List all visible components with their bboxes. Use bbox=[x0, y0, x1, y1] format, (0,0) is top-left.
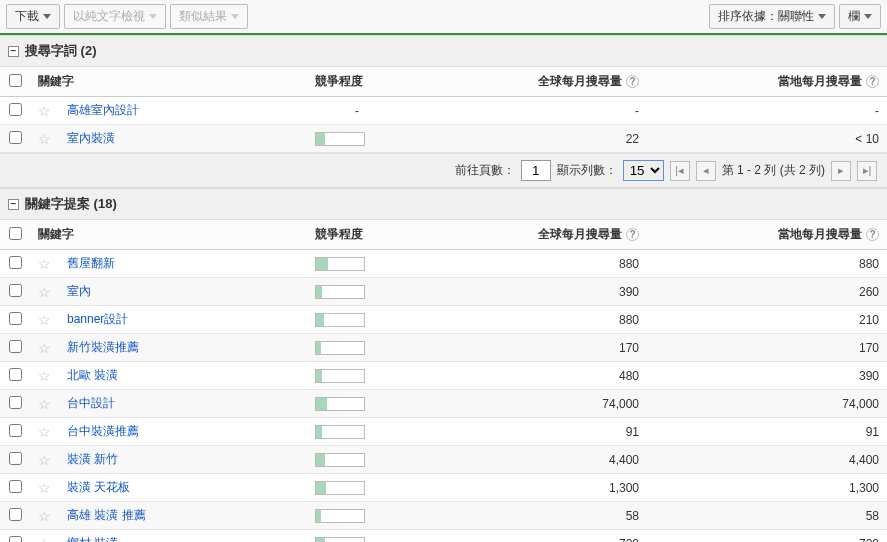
col-global: 全球每月搜尋量? bbox=[407, 220, 647, 250]
keyword-link[interactable]: 室內裝潢 bbox=[67, 131, 115, 145]
row-checkbox[interactable] bbox=[9, 452, 22, 465]
global-searches: 480 bbox=[407, 362, 647, 390]
keyword-ideas-table: 關鍵字 競爭程度 全球每月搜尋量? 當地每月搜尋量? ☆舊屋翻新880880☆室… bbox=[0, 220, 887, 542]
local-searches: 880 bbox=[647, 250, 887, 278]
help-icon[interactable]: ? bbox=[626, 228, 639, 241]
row-checkbox[interactable] bbox=[9, 480, 22, 493]
col-keyword: 關鍵字 bbox=[30, 67, 307, 97]
star-icon[interactable]: ☆ bbox=[38, 312, 51, 328]
local-searches: 260 bbox=[647, 278, 887, 306]
star-icon[interactable]: ☆ bbox=[38, 396, 51, 412]
select-all-checkbox[interactable] bbox=[9, 74, 22, 87]
table-row: ☆裝潢 新竹4,4004,400 bbox=[0, 446, 887, 474]
star-icon[interactable]: ☆ bbox=[38, 256, 51, 272]
keyword-link[interactable]: banner設計 bbox=[67, 312, 128, 326]
global-searches: 91 bbox=[407, 418, 647, 446]
keyword-link[interactable]: 裝潢 天花板 bbox=[67, 480, 130, 494]
star-icon[interactable]: ☆ bbox=[38, 480, 51, 496]
prev-page-button[interactable]: ◂ bbox=[696, 161, 716, 181]
row-checkbox[interactable] bbox=[9, 424, 22, 437]
help-icon[interactable]: ? bbox=[626, 75, 639, 88]
star-icon[interactable]: ☆ bbox=[38, 131, 51, 147]
row-checkbox[interactable] bbox=[9, 340, 22, 353]
competition-cell bbox=[307, 502, 407, 530]
local-searches: 91 bbox=[647, 418, 887, 446]
competition-cell bbox=[307, 278, 407, 306]
local-searches: - bbox=[647, 97, 887, 125]
star-icon[interactable]: ☆ bbox=[38, 103, 51, 119]
first-page-button[interactable]: |◂ bbox=[670, 161, 690, 181]
row-checkbox[interactable] bbox=[9, 536, 22, 543]
local-searches: 170 bbox=[647, 334, 887, 362]
sort-by-button[interactable]: 排序依據：關聯性 bbox=[709, 4, 835, 29]
download-button[interactable]: 下載 bbox=[6, 4, 60, 29]
table-row: ☆高雄 裝潢 推薦5858 bbox=[0, 502, 887, 530]
col-local: 當地每月搜尋量? bbox=[647, 220, 887, 250]
row-checkbox[interactable] bbox=[9, 103, 22, 116]
star-icon[interactable]: ☆ bbox=[38, 340, 51, 356]
col-global: 全球每月搜尋量? bbox=[407, 67, 647, 97]
row-checkbox[interactable] bbox=[9, 312, 22, 325]
keyword-link[interactable]: 舊屋翻新 bbox=[67, 256, 115, 270]
local-searches: 1,300 bbox=[647, 474, 887, 502]
range-text: 第 1 - 2 列 (共 2 列) bbox=[722, 162, 825, 179]
local-searches: < 10 bbox=[647, 125, 887, 153]
global-searches: 1,300 bbox=[407, 474, 647, 502]
similar-results-button[interactable]: 類似結果 bbox=[170, 4, 248, 29]
row-checkbox[interactable] bbox=[9, 396, 22, 409]
keyword-link[interactable]: 北歐 裝潢 bbox=[67, 368, 118, 382]
keyword-link[interactable]: 鄉村 裝潢 bbox=[67, 536, 118, 542]
row-checkbox[interactable] bbox=[9, 131, 22, 144]
table-row: ☆舊屋翻新880880 bbox=[0, 250, 887, 278]
row-checkbox[interactable] bbox=[9, 256, 22, 269]
table-row: ☆室內390260 bbox=[0, 278, 887, 306]
star-icon[interactable]: ☆ bbox=[38, 424, 51, 440]
star-icon[interactable]: ☆ bbox=[38, 368, 51, 384]
table-row: ☆台中設計74,00074,000 bbox=[0, 390, 887, 418]
row-checkbox[interactable] bbox=[9, 508, 22, 521]
row-checkbox[interactable] bbox=[9, 284, 22, 297]
help-icon[interactable]: ? bbox=[866, 75, 879, 88]
caret-down-icon bbox=[818, 14, 826, 19]
keyword-link[interactable]: 高雄 裝潢 推薦 bbox=[67, 508, 146, 522]
star-icon[interactable]: ☆ bbox=[38, 452, 51, 468]
local-searches: 390 bbox=[647, 362, 887, 390]
keyword-link[interactable]: 台中裝潢推薦 bbox=[67, 424, 139, 438]
competition-cell bbox=[307, 530, 407, 543]
keyword-link[interactable]: 裝潢 新竹 bbox=[67, 452, 118, 466]
competition-cell bbox=[307, 306, 407, 334]
caret-down-icon bbox=[43, 14, 51, 19]
pagination: 前往頁數： 顯示列數： 15 |◂ ◂ 第 1 - 2 列 (共 2 列) ▸ … bbox=[0, 153, 887, 188]
global-searches: 720 bbox=[407, 530, 647, 543]
local-searches: 720 bbox=[647, 530, 887, 543]
keyword-link[interactable]: 高雄室內設計 bbox=[67, 103, 139, 117]
keyword-link[interactable]: 室內 bbox=[67, 284, 91, 298]
competition-cell: - bbox=[307, 97, 407, 125]
caret-down-icon bbox=[149, 14, 157, 19]
local-searches: 74,000 bbox=[647, 390, 887, 418]
search-terms-table: 關鍵字 競爭程度 全球每月搜尋量? 當地每月搜尋量? ☆高雄室內設計---☆室內… bbox=[0, 67, 887, 153]
caret-down-icon bbox=[864, 14, 872, 19]
section-title: 搜尋字詞 (2) bbox=[25, 42, 97, 60]
global-searches: 880 bbox=[407, 306, 647, 334]
table-row: ☆室內裝潢22< 10 bbox=[0, 125, 887, 153]
row-checkbox[interactable] bbox=[9, 368, 22, 381]
view-as-text-button[interactable]: 以純文字檢視 bbox=[64, 4, 166, 29]
rows-select[interactable]: 15 bbox=[623, 160, 664, 181]
star-icon[interactable]: ☆ bbox=[38, 284, 51, 300]
collapse-icon[interactable]: − bbox=[8, 46, 19, 57]
goto-page-input[interactable] bbox=[521, 160, 551, 181]
next-page-button[interactable]: ▸ bbox=[831, 161, 851, 181]
star-icon[interactable]: ☆ bbox=[38, 508, 51, 524]
keyword-link[interactable]: 台中設計 bbox=[67, 396, 115, 410]
last-page-button[interactable]: ▸| bbox=[857, 161, 877, 181]
star-icon[interactable]: ☆ bbox=[38, 536, 51, 543]
select-all-checkbox[interactable] bbox=[9, 227, 22, 240]
keyword-link[interactable]: 新竹裝潢推薦 bbox=[67, 340, 139, 354]
columns-button[interactable]: 欄 bbox=[839, 4, 881, 29]
collapse-icon[interactable]: − bbox=[8, 199, 19, 210]
help-icon[interactable]: ? bbox=[866, 228, 879, 241]
keyword-ideas-header: − 關鍵字提案 (18) bbox=[0, 188, 887, 220]
competition-cell bbox=[307, 474, 407, 502]
local-searches: 210 bbox=[647, 306, 887, 334]
